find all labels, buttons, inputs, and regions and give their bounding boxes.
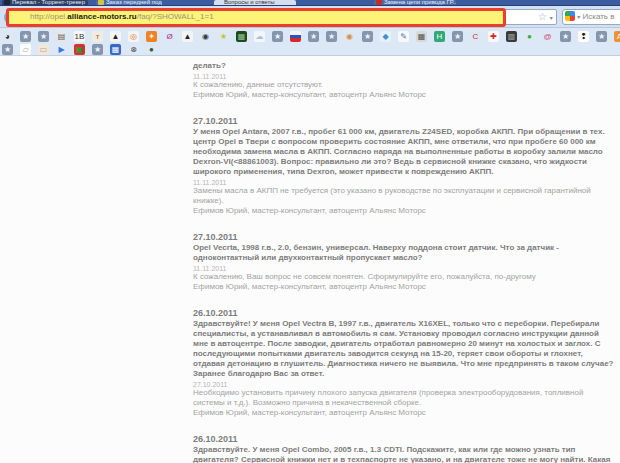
orange-ring-icon[interactable]: ◎ [128,31,139,42]
answer-date: 11.11.2011 [193,265,615,272]
letter-h-icon[interactable]: H [434,31,445,42]
question-text: У меня Opel Antara, 2007 г.в., пробег 61… [193,127,615,177]
qa-block: 27.10.2011 Opel Vecrta, 1998 г.в., 2.0, … [193,232,615,292]
yellow-star-icon[interactable]: ★ [218,31,229,42]
bookmark-star-icon[interactable]: ★ [452,31,463,42]
crossed-circle-icon[interactable]: ⊗ [128,44,139,55]
eye-icon[interactable]: ◉ [200,31,211,42]
tab-label: Вопросы и ответы [224,0,275,5]
purple-slash-icon[interactable]: Ø [164,31,175,42]
tab-label: Перевал - Торрент-трекер [12,0,85,5]
bookmark-star-icon[interactable]: ★ [38,31,49,42]
chevron-down-icon[interactable]: ▾ [550,15,553,21]
bookmarks-toolbar: ◕★★▤1Вт▲◎✦Ø▲◉★▦☁★★★◉★◆✎▦H★C✚▩●@★❢★A ★▱▭▶… [0,28,620,56]
answer-signature: Ефимов Юрий, мастер-консультант, автоцен… [193,408,615,418]
orange-a-icon[interactable]: A [614,31,620,42]
green-book-icon[interactable]: ▦ [236,31,247,42]
blue-arrow-icon[interactable]: ▶ [56,44,67,55]
bookmark-star-icon[interactable]: ★ [272,31,283,42]
bookmark-star-icon[interactable]: ★ [362,31,373,42]
bookmark-star-icon[interactable]: ★ [326,31,337,42]
bookmark-star-icon[interactable]: ★ [560,31,571,42]
bookmarks-row-1: ◕★★▤1Вт▲◎✦Ø▲◉★▦☁★★★◉★◆✎▦H★C✚▩●@★❢★A [2,30,620,43]
qa-block: 26.10.2011 Здравствуйте. У меня Opel Com… [193,434,615,463]
tab-label: Замена цепи привода ГР... [384,0,456,5]
green-dot-icon[interactable]: ● [524,31,535,42]
question-date: 27.10.2011 [193,232,615,242]
answer-signature: Ефимов Юрий, мастер-консультант, автоцен… [193,282,615,292]
answer-date: 27.10.2011 [193,381,615,388]
tab-favicon [98,0,104,5]
chevron-down-icon[interactable]: ▾ [577,14,580,20]
bookmark-star-icon[interactable]: ★ [20,31,31,42]
question-text: Здравствуйте. У меня Opel Combo, 2005 г.… [193,445,615,463]
tab-favicon [376,0,382,5]
browser-logo-icon[interactable]: ◕ [2,31,13,42]
orange-swirl-icon[interactable]: ✦ [146,31,157,42]
grid-doc-icon[interactable]: ▦ [416,31,427,42]
answer-text: К сожалению, данные отсутствуют. [193,80,615,90]
striped-book-icon[interactable]: ▤ [56,31,67,42]
cloud-icon[interactable]: ☁ [254,31,265,42]
blue-grid-icon[interactable]: ▦ [110,44,121,55]
question-text: делать? [193,61,615,71]
bottle-icon[interactable]: ● [146,44,157,55]
red-cross-icon[interactable]: ✚ [488,31,499,42]
penguin-icon[interactable]: ▲ [182,31,193,42]
question-text: Здравствуйте! У меня Opel Vectra B, 1997… [193,319,615,379]
answer-signature: Ефимов Юрий, мастер-консультант, автоцен… [193,90,615,100]
qa-block: 27.10.2011 У меня Opel Antara, 2007 г.в.… [193,116,615,216]
bookmark-star-icon[interactable]: ★ [596,31,607,42]
bookmark-star-icon[interactable]: ★ [2,44,13,55]
search-input[interactable]: ▾ Искать в [562,9,620,25]
answer-signature: Ефимов Юрий, мастер-консультант, автоцен… [193,206,615,216]
question-date: 26.10.2011 [193,308,615,318]
bookmarks-row-2: ★▱▭▶▣★▦⊗● [2,43,620,56]
info-icon[interactable]: ❢ [578,31,589,42]
google-logo-icon [565,11,575,21]
tab-favicon [4,0,10,5]
answer-text: Необходимо установить причину плохого за… [193,388,615,408]
bank-icon[interactable]: 1В [74,31,85,42]
swirl-icon[interactable]: @ [542,31,553,42]
tray-icon[interactable]: ▭ [38,44,49,55]
faq-page-content: делать? 11.11.2011 К сожалению, данные о… [0,56,620,463]
browser-navbar: ◄ http://opel.alliance-motors.ru/faq/?SH… [0,6,620,28]
gem-icon[interactable]: ◆ [380,31,391,42]
penguin-icon[interactable]: ▲ [110,31,121,42]
overlap-squares-icon[interactable]: ▣ [74,44,85,55]
answer-date: 11.11.2011 [193,73,615,80]
address-bar-url[interactable]: http://opel.alliance-motors.ru/faq/?SHOW… [30,12,214,21]
qa-block: делать? 11.11.2011 К сожалению, данные о… [193,61,615,100]
coin-icon[interactable]: ◉ [344,31,355,42]
answer-text: К сожалению, Ваш вопрос не совсем поняте… [193,272,615,282]
red-c-icon[interactable]: C [470,31,481,42]
bookmark-star-icon[interactable]: ★ [92,44,103,55]
bookmark-star-icon[interactable]: ☆ ▾ [538,11,553,22]
question-date: 26.10.2011 [193,434,615,444]
question-text: Opel Vecrta, 1998 г.в., 2.0, бензин, уни… [193,243,615,263]
russia-flag-icon[interactable] [290,31,301,42]
answer-text: Замены масла в АКПП не требуется (это ук… [193,186,615,206]
answer-date: 11.11.2011 [193,179,615,186]
tab-label: Заказ передней подвес... [106,0,162,5]
search-placeholder: Искать в [582,12,614,21]
question-date: 27.10.2011 [193,116,615,126]
letter-t-icon[interactable]: т [92,31,103,42]
pencil-icon[interactable]: ✎ [398,31,409,42]
bag-icon[interactable]: ▱ [20,44,31,55]
qa-block: 26.10.2011 Здравствуйте! У меня Opel Vec… [193,308,615,418]
dark-grid-icon[interactable]: ▩ [506,31,517,42]
bookmark-star-icon[interactable]: ★ [308,31,319,42]
